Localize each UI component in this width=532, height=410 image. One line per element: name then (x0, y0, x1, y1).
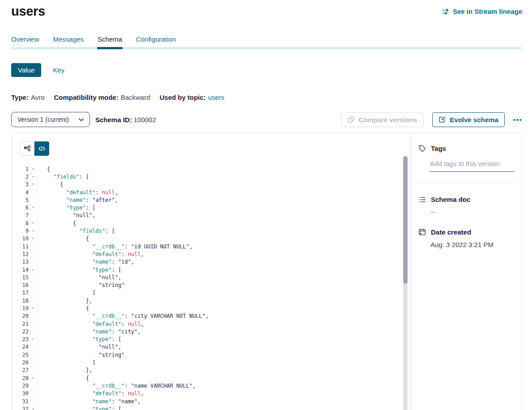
code-text: "__crdb__": "id UUID NOT NULL", (38, 243, 192, 250)
evolve-schema-button[interactable]: Evolve schema (432, 112, 504, 127)
fold-spacer (29, 250, 38, 258)
line-number: 17 (12, 290, 29, 296)
line-number: 3 (12, 181, 29, 188)
version-select[interactable]: Version 1 (current) (11, 112, 90, 127)
see-in-stream-lineage-link[interactable]: See in Stream lineage (442, 8, 522, 15)
code-text: "string" (38, 282, 124, 288)
schema-toolbar: Version 1 (current) Schema ID:100002 Com… (11, 112, 522, 127)
code-text: "name": "city", (38, 329, 141, 335)
fold-spacer (29, 390, 38, 397)
editor-scrollbar-track[interactable] (403, 156, 408, 410)
fold-arrow-icon[interactable]: ▼ (29, 181, 38, 188)
code-line: 30 "default": null, (12, 390, 410, 397)
line-number: 25 (12, 352, 29, 358)
code-line: 21 "default": null, (12, 320, 410, 328)
value-key-toggle: Value Key (11, 63, 522, 77)
code-line: 4 "default": null, (12, 188, 410, 196)
fold-arrow-icon[interactable]: ▼ (29, 165, 38, 173)
code-text: { (38, 181, 63, 188)
code-text: "__crdb__": "name VARCHAR NULL", (38, 383, 196, 389)
fold-arrow-icon[interactable]: ▼ (29, 204, 38, 211)
schema-doc-section: Schema doc -- (418, 196, 515, 216)
code-text: "name": "id", (38, 259, 134, 265)
fold-arrow-icon[interactable]: ▼ (29, 304, 38, 312)
compare-versions-button[interactable]: Compare versions (341, 112, 424, 127)
code-line: 20 "__crdb__": "city VARCHAR NOT NULL", (12, 312, 410, 320)
code-view-button[interactable] (34, 141, 49, 156)
topic-link[interactable]: users (208, 94, 225, 101)
line-number: 27 (12, 367, 29, 373)
key-button[interactable]: Key (53, 66, 64, 74)
code-text: "default": null, (38, 390, 144, 397)
code-line: 22 "name": "city", (12, 328, 410, 335)
fold-spacer (29, 273, 38, 281)
fold-arrow-icon[interactable]: ▼ (29, 173, 38, 180)
code-line: 32▼ "type": [ (12, 405, 410, 410)
tab-overview[interactable]: Overview (11, 35, 39, 49)
code-text: "default": null, (38, 251, 144, 257)
fold-arrow-icon[interactable]: ▼ (29, 374, 38, 382)
edit-pencil-box-icon (438, 116, 446, 123)
tags-section-title: Tags (418, 145, 515, 152)
fold-spacer (29, 382, 38, 389)
page: users See in Stream lineage OverviewMess… (0, 0, 532, 410)
code-text: "null", (38, 212, 95, 218)
tab-messages[interactable]: Messages (53, 35, 84, 49)
code-line: 14▼ "type": [ (12, 266, 410, 273)
code-line: 29 "__crdb__": "name VARCHAR NULL", (12, 382, 410, 389)
date-created-title-label: Date created (431, 228, 471, 236)
tab-schema[interactable]: Schema (98, 35, 122, 49)
tree-view-button[interactable] (20, 141, 34, 156)
fold-arrow-icon[interactable]: ▼ (29, 227, 38, 235)
code-line: 27 }, (12, 367, 410, 374)
code-text: "null", (38, 274, 121, 281)
value-button[interactable]: Value (11, 63, 41, 77)
line-number: 4 (12, 189, 29, 196)
code-line: 16 "string" (12, 281, 410, 289)
code-line: 18 }, (12, 297, 410, 304)
fold-arrow-icon[interactable]: ▼ (29, 336, 38, 343)
fold-spacer (29, 397, 38, 405)
copy-stack-icon (348, 116, 354, 123)
code-line: 1▼{ (12, 165, 410, 173)
compatibility-value: Backward (121, 94, 150, 101)
line-number: 21 (12, 321, 29, 327)
code-lines: 1▼{2▼ "fields": [3▼ {4 "default": null,5… (12, 165, 410, 410)
page-title: users (11, 4, 45, 19)
tag-icon (418, 145, 426, 152)
editor-view-toggle (20, 141, 49, 156)
editor-scrollbar-thumb[interactable] (403, 156, 408, 284)
version-select-value: Version 1 (current) (17, 116, 69, 123)
line-number: 28 (12, 375, 29, 381)
code-text: "type": [ (38, 205, 95, 211)
code-text: { (38, 305, 89, 312)
fold-spacer (29, 297, 38, 304)
more-actions-button[interactable]: ••• (513, 116, 522, 124)
tab-configuration[interactable]: Configuration (136, 35, 176, 49)
line-number: 5 (12, 197, 29, 203)
code-line: 19▼ { (12, 304, 410, 312)
code-text: { (38, 235, 89, 242)
schema-id-label: Schema ID: (95, 116, 132, 124)
code-editor[interactable]: 1▼{2▼ "fields": [3▼ {4 "default": null,5… (12, 165, 410, 410)
schema-detail-panel: 1▼{2▼ "fields": [3▼ {4 "default": null,5… (11, 132, 522, 410)
toolbar-actions: Compare versions Evolve schema ••• (341, 112, 522, 127)
code-line: 7 "null", (12, 212, 410, 219)
code-text: "__crdb__": "city VARCHAR NOT NULL", (38, 313, 209, 319)
fold-arrow-icon[interactable]: ▼ (29, 235, 38, 243)
type-label: Type: (11, 94, 29, 101)
line-number: 12 (12, 251, 29, 257)
code-text: "type": [ (38, 336, 121, 342)
fold-spacer (29, 243, 38, 250)
line-number: 7 (12, 212, 29, 218)
fold-arrow-icon[interactable]: ▼ (29, 266, 38, 273)
code-line: 23▼ "type": [ (12, 336, 410, 343)
used-by-topic-label: Used by topic: (160, 94, 206, 101)
line-number: 32 (12, 406, 29, 410)
add-tags-input[interactable] (430, 160, 515, 172)
fold-arrow-icon[interactable]: ▼ (29, 405, 38, 410)
code-line: 13 "name": "id", (12, 258, 410, 266)
schema-doc-title: Schema doc (418, 196, 515, 203)
line-number: 10 (12, 235, 29, 242)
fold-arrow-icon[interactable]: ▼ (29, 219, 38, 227)
